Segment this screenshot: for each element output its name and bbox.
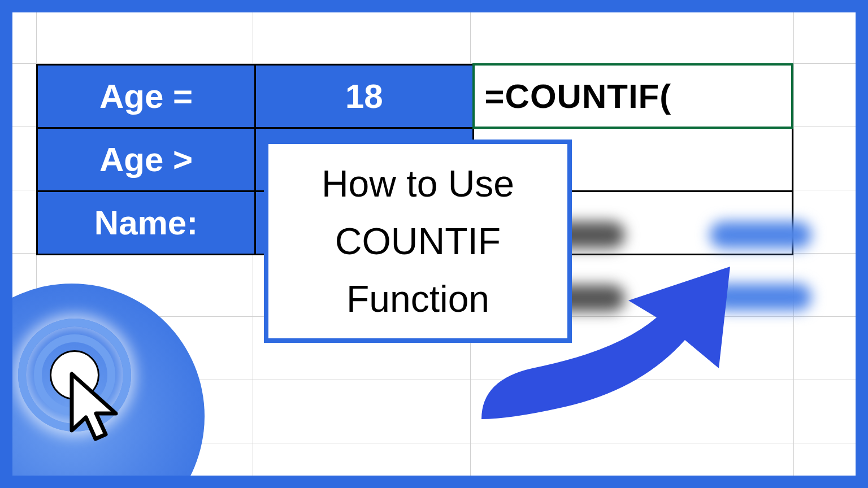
title-card: How to Use COUNTIF Function bbox=[264, 140, 572, 343]
cell-label[interactable]: Age = bbox=[37, 64, 255, 128]
cell-value[interactable]: 18 bbox=[255, 64, 474, 128]
title-line: COUNTIF bbox=[335, 220, 501, 262]
channel-badge bbox=[12, 284, 205, 476]
cell-formula-editing[interactable]: =COUNTIF( bbox=[474, 64, 792, 128]
spreadsheet-canvas: Age = 18 =COUNTIF( Age > Name: bbox=[12, 12, 856, 476]
cell-label[interactable]: Name: bbox=[37, 191, 255, 254]
cell-label[interactable]: Age > bbox=[37, 128, 255, 191]
title-line: How to Use bbox=[322, 163, 514, 204]
table-row: Age = 18 =COUNTIF( bbox=[37, 64, 793, 128]
thumbnail-frame: Age = 18 =COUNTIF( Age > Name: bbox=[0, 0, 868, 488]
cursor-icon bbox=[66, 371, 128, 452]
title-line: Function bbox=[346, 278, 489, 320]
